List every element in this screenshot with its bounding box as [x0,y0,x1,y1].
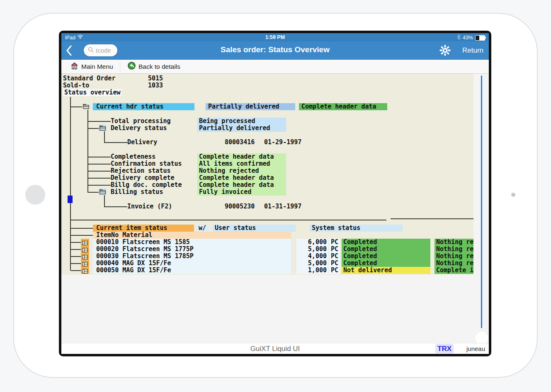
tree-spine-l2 [87,110,88,192]
table-item-icon[interactable] [82,261,88,268]
tree-branch [87,157,111,157]
item-user-status: Completed [342,246,430,253]
gear-icon[interactable] [439,45,451,58]
branding-label: GuiXT Liquid UI [61,345,489,353]
node-value: Being processed [197,118,286,125]
page-title: Sales order: Status Overview [144,45,406,54]
tree-branch [87,178,111,179]
node-value: Complete header data [197,181,286,189]
tree-branch [87,171,111,172]
section-divider [70,220,386,220]
item-system-status: Nothing re [434,246,473,253]
node-value: Partially delivered [197,125,286,132]
toolbar-separator [120,62,120,72]
tree-branch [87,128,99,129]
username-label: juneau [466,345,485,352]
battery-percent: 43% [463,35,473,41]
trx-button[interactable]: TRX [435,344,454,353]
item-qty: 5,000 [296,260,328,267]
node-label: Billing status [111,189,163,196]
item-row-material[interactable]: 000010 Flatscreen MS 1585 [93,239,291,246]
node-value: Complete header data [197,174,286,181]
node-label: Completeness [111,153,155,160]
nav-bar: tcode Sales order: Status Overview Retur… [61,41,489,60]
tree-branch [71,256,81,257]
tree-branch [104,206,127,207]
home-button[interactable] [25,185,45,205]
tree-branch [71,228,93,229]
node-label: Delivery [127,139,157,146]
folder-icon[interactable] [82,103,90,110]
footer-bar: GuiXT Liquid UI TRX juneau [61,343,489,354]
tree-branch [87,164,111,165]
node-label: Total processing [111,118,171,125]
item-row-material[interactable]: 000050 MAG DX 15F/Fe [93,267,291,274]
item-unit: PC [329,246,340,253]
node-label: Billg doc. complete [111,181,182,189]
table-item-icon[interactable] [82,240,88,247]
search-placeholder: tcode [96,47,111,54]
item-system-status: Nothing re [434,239,473,246]
invoice-doc-number[interactable]: 90005230 [225,203,255,210]
sold-to-label: Sold-to [63,82,89,89]
hdr-user-status: Partially delivered [206,103,295,110]
node-label: Rejection status [111,167,171,174]
item-qty: 1,000 [296,267,328,274]
item-unit: PC [329,253,340,260]
back-to-details-label: Back to details [138,63,180,70]
system-status-header: System status [310,225,403,232]
toolbar: Main Menu Back to details [61,60,489,74]
tree-branch [87,192,99,193]
back-to-details-button[interactable]: Back to details [124,60,184,73]
item-row-material[interactable]: 000040 MAG DX 15F/Fe [93,260,291,267]
ipad-frame: iPad 1:59 PM 43% tcode [13,13,538,378]
tree-branch [71,249,81,250]
tree-root-line [70,97,71,271]
table-item-icon[interactable] [82,247,88,254]
folder-icon[interactable] [99,189,107,195]
table-item-icon[interactable] [82,254,88,261]
hdr-system-status: Complete header data [299,103,387,110]
node-value: Fully invoiced [197,189,286,196]
tree-branch [71,263,81,264]
current-hdr-status[interactable]: Current hdr status [93,103,194,110]
tree-branch [71,242,81,243]
node-value: All items confirmed [197,160,286,167]
sap-status-screen: Standard Order 5015 Sold-to 1033 Status … [61,74,473,275]
search-icon [88,47,94,54]
front-camera [511,193,515,197]
item-user-status: Completed [342,239,430,246]
item-unit: PC [329,260,340,267]
tree-spine-l3 [104,131,105,143]
main-menu-button[interactable]: Main Menu [66,60,117,73]
item-row-material[interactable]: 000020 Flatscreen MS 1775P [93,246,291,253]
table-item-icon[interactable] [82,268,88,275]
screen-bezel: iPad 1:59 PM 43% tcode [59,31,491,356]
tree-branch [71,235,93,236]
return-button[interactable]: Return [462,46,483,55]
item-row-material[interactable]: 000030 Flatscreen MS 1785P [93,253,291,260]
node-value: Nothing rejected [197,167,286,174]
status-bar: iPad 1:59 PM 43% [61,33,489,41]
tree-branch [71,270,81,271]
back-icon[interactable] [66,45,72,58]
tree-spine-l3 [104,195,105,207]
node-label: Confirmation status [111,160,182,167]
invoice-date: 01-31-1997 [264,203,301,210]
node-label: Delivery status [111,125,167,132]
back-arrow-icon [128,62,136,71]
tcode-search-input[interactable]: tcode [84,44,117,56]
status-overview-label: Status overview [63,89,121,96]
tree-branch [87,121,111,122]
user-status-header: User status [213,225,296,232]
item-system-status: Nothing re [434,260,473,267]
item-system-status: Nothing re [434,253,473,260]
folder-icon[interactable] [99,125,107,131]
sold-to-number: 1033 [148,82,163,89]
delivery-doc-number[interactable]: 80003416 [225,139,255,146]
device-mockup: iPad 1:59 PM 43% tcode [0,0,551,392]
current-item-status-header[interactable]: Current item status [93,225,194,232]
item-user-status: Not delivered [342,267,430,274]
item-qty: 5,000 [296,246,328,253]
scrollbar[interactable] [481,75,482,328]
